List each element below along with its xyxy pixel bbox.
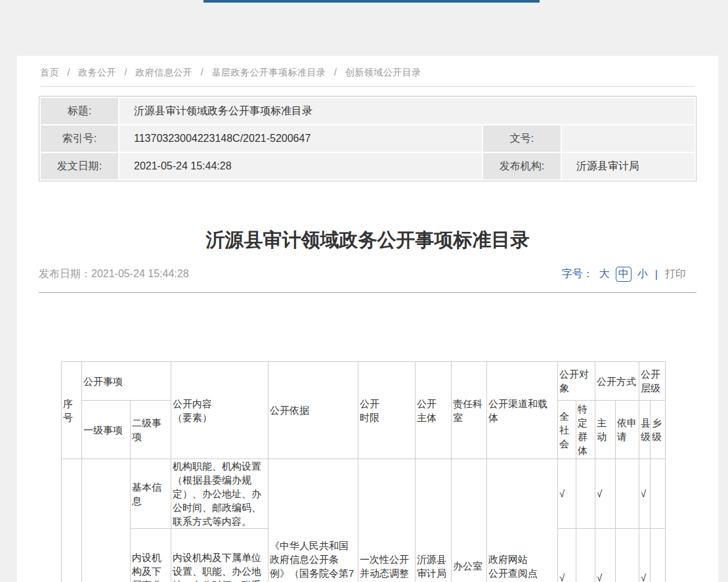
publish-date-value: 2021-05-24 15:44:28 — [91, 268, 189, 279]
cell-county-check: √ — [639, 529, 651, 582]
disclosure-table-container: 序号 公开事项 公开内容 （要素） 公开依据 公开 时限 公开 主体 责任科室 … — [61, 361, 718, 582]
col-header-proactive: 主 动 — [595, 401, 616, 459]
breadcrumb-jiceng[interactable]: 基层政务公开事项标准目录 — [212, 67, 326, 78]
meta-index-value: 11370323004223148C/2021-5200647 — [119, 125, 482, 152]
disclosure-table: 序号 公开事项 公开内容 （要素） 公开依据 公开 时限 公开 主体 责任科室 … — [61, 361, 666, 582]
font-size-small-button[interactable]: 小 — [637, 267, 648, 281]
meta-title-label: 标题: — [41, 98, 118, 124]
meta-issue-date-value: 2021-05-24 15:44:28 — [119, 153, 482, 179]
meta-doc-no-label: 文号: — [483, 125, 561, 152]
cell-level1 — [82, 459, 131, 582]
meta-publisher-label: 发布机构: — [483, 153, 561, 179]
publish-info-row: 发布日期：2021-05-24 15:44:28 字号： 大 中 小 | 打印 — [39, 267, 696, 293]
font-size-large-button[interactable]: 大 — [599, 267, 610, 281]
font-size-medium-button[interactable]: 中 — [616, 267, 632, 282]
cell-content: 内设机构及下属单位设置、职能、办公地址、办公时间、联系方式、负责人姓名 — [171, 529, 268, 582]
header-row-1: 序号 公开事项 公开内容 （要素） 公开依据 公开 时限 公开 主体 责任科室 … — [62, 362, 666, 401]
cell-level2: 基本信息 — [131, 459, 171, 529]
cell-township-check — [651, 529, 666, 582]
publish-date: 发布日期：2021-05-24 15:44:28 — [39, 267, 189, 281]
breadcrumb-separator: / — [201, 67, 203, 78]
meta-index-label: 索引号: — [41, 125, 118, 152]
col-header-county: 县 级 — [639, 401, 651, 459]
publish-date-label: 发布日期： — [39, 268, 91, 279]
col-header-method-group: 公开方式 — [595, 362, 639, 401]
col-header-level2: 二级事项 — [131, 401, 171, 459]
col-header-whole-society: 全社 会 — [558, 401, 576, 459]
cell-on-request-check — [616, 459, 639, 529]
breadcrumb-xinxi[interactable]: 政府信息公开 — [135, 67, 192, 78]
breadcrumb-chuangxin[interactable]: 创新领域公开目录 — [345, 67, 421, 78]
cell-department: 办公室 — [452, 459, 487, 582]
document-meta-table: 标题: 沂源县审计领域政务公开事项标准目录 索引号: 1137032300422… — [39, 96, 696, 181]
cell-channel: 政府网站 公开查阅点 — [487, 459, 558, 582]
breadcrumb: 首页 / 政务公开 / 政府信息公开 / 基层政务公开事项标准目录 / 创新领域… — [40, 56, 695, 87]
col-header-audience-group: 公开对象 — [558, 362, 595, 401]
col-header-on-request: 依申 请 — [616, 401, 639, 459]
cell-basis: 《中华人民共和国政府信息公开条例》（国务院令第711号） — [268, 459, 358, 582]
col-header-basis: 公开依据 — [268, 362, 358, 459]
breadcrumb-zhengwu[interactable]: 政务公开 — [78, 67, 116, 78]
col-header-level1: 一级事项 — [82, 401, 131, 459]
cell-content: 机构职能、机构设置（根据县委编办规定）、办公地址、办公时间、邮政编码、联系方式等… — [171, 459, 268, 529]
cell-whole-society-check: √ — [558, 459, 576, 529]
cell-whole-society-check: √ — [558, 529, 576, 582]
meta-publisher-value: 沂源县审计局 — [562, 153, 695, 179]
page-title: 沂源县审计领域政务公开事项标准目录 — [39, 227, 696, 252]
meta-row-date: 发文日期: 2021-05-24 15:44:28 发布机构: 沂源县审计局 — [41, 153, 695, 179]
col-header-specific-group: 特 定 群 体 — [576, 401, 595, 459]
tools-divider: | — [655, 269, 658, 280]
print-button[interactable]: 打印 — [665, 267, 686, 281]
meta-row-index: 索引号: 11370323004223148C/2021-5200647 文号: — [41, 125, 695, 152]
font-size-tools: 字号： 大 中 小 | 打印 — [562, 267, 696, 282]
cell-proactive-check: √ — [595, 459, 616, 529]
col-header-department: 责任科室 — [452, 362, 487, 459]
cell-county-check: √ — [639, 459, 651, 529]
breadcrumb-separator: / — [125, 67, 127, 78]
cell-specific-group-check — [576, 529, 595, 582]
col-header-township: 乡 级 — [651, 401, 666, 459]
col-header-item-group: 公开事项 — [82, 362, 171, 401]
meta-doc-no-value — [562, 125, 695, 152]
breadcrumb-home[interactable]: 首页 — [40, 67, 59, 78]
col-header-content: 公开内容 （要素） — [171, 362, 268, 459]
col-header-level-group: 公开 层级 — [639, 362, 666, 401]
cell-specific-group-check — [576, 459, 595, 529]
col-header-subject: 公开 主体 — [416, 362, 452, 459]
meta-title-value: 沂源县审计领域政务公开事项标准目录 — [119, 98, 695, 124]
breadcrumb-separator: / — [67, 67, 70, 78]
meta-row-title: 标题: 沂源县审计领域政务公开事项标准目录 — [41, 98, 695, 124]
font-size-label: 字号： — [562, 267, 593, 281]
col-header-channel: 公开渠道和载体 — [487, 362, 558, 459]
cell-level2: 内设机构及下属事业单位 — [131, 529, 171, 582]
cell-time-limit: 一次性公开并动态调整 — [358, 459, 416, 582]
cell-subject: 沂源县审计局 — [416, 459, 452, 582]
breadcrumb-separator: / — [334, 67, 337, 78]
col-header-seq: 序号 — [62, 362, 82, 459]
content-panel: 首页 / 政务公开 / 政府信息公开 / 基层政务公开事项标准目录 / 创新领域… — [17, 56, 718, 582]
cell-proactive-check: √ — [595, 529, 616, 582]
cell-seq — [62, 459, 82, 582]
cell-on-request-check — [616, 529, 639, 582]
cell-township-check — [651, 459, 666, 529]
col-header-time-limit: 公开 时限 — [358, 362, 416, 459]
table-row: 基本信息 机构职能、机构设置（根据县委编办规定）、办公地址、办公时间、邮政编码、… — [62, 459, 666, 529]
meta-issue-date-label: 发文日期: — [41, 153, 118, 179]
top-nav-bar-remnant — [203, 0, 540, 3]
